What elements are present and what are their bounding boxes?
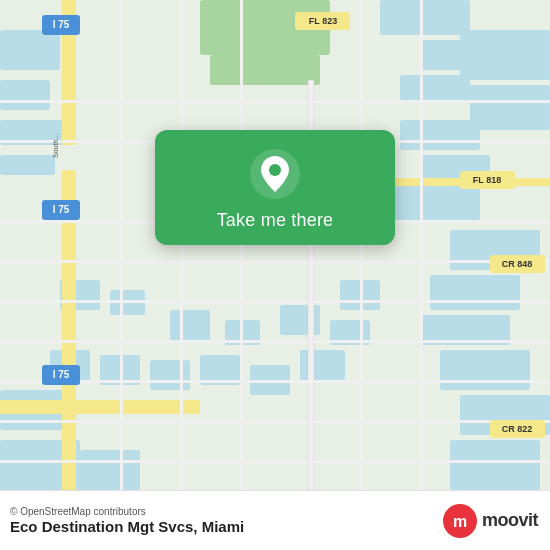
bottom-bar: © OpenStreetMap contributors Eco Destina… (0, 490, 550, 550)
place-name: Eco Destination Mgt Svcs, Miami (10, 518, 244, 535)
svg-rect-9 (460, 30, 550, 80)
svg-rect-40 (0, 400, 200, 414)
svg-rect-57 (55, 145, 90, 170)
svg-rect-15 (430, 275, 520, 310)
svg-rect-48 (0, 340, 550, 343)
take-me-there-button[interactable]: Take me there (217, 210, 334, 231)
svg-rect-53 (180, 0, 183, 490)
moovit-text: moovit (482, 510, 538, 531)
svg-rect-19 (450, 440, 540, 490)
svg-text:I 75: I 75 (53, 369, 70, 380)
svg-rect-8 (400, 75, 470, 100)
attribution-text: © OpenStreetMap contributors (10, 506, 244, 517)
svg-rect-43 (0, 100, 550, 103)
svg-rect-11 (400, 120, 480, 150)
svg-rect-6 (380, 0, 470, 35)
svg-text:South...: South... (52, 134, 59, 158)
svg-rect-13 (390, 185, 480, 220)
svg-rect-17 (440, 350, 530, 390)
location-pin-icon (249, 148, 301, 200)
svg-rect-5 (0, 155, 55, 175)
svg-text:FL 823: FL 823 (309, 16, 337, 26)
svg-rect-22 (80, 450, 140, 490)
svg-text:m: m (453, 513, 467, 530)
svg-text:CR 848: CR 848 (502, 259, 533, 269)
svg-rect-2 (0, 30, 60, 70)
svg-rect-39 (64, 0, 74, 490)
svg-rect-30 (300, 350, 345, 380)
bottom-left-info: © OpenStreetMap contributors Eco Destina… (10, 506, 244, 535)
popup-card[interactable]: Take me there (155, 130, 395, 245)
svg-text:I 75: I 75 (53, 204, 70, 215)
svg-rect-49 (0, 380, 550, 383)
svg-rect-47 (0, 300, 550, 303)
moovit-icon: m (442, 503, 478, 539)
moovit-logo: m moovit (442, 503, 538, 539)
svg-text:CR 822: CR 822 (502, 424, 533, 434)
svg-text:FL 818: FL 818 (473, 175, 501, 185)
svg-rect-52 (120, 0, 123, 490)
svg-rect-37 (210, 55, 320, 85)
svg-rect-50 (0, 420, 550, 423)
svg-rect-54 (240, 0, 243, 490)
svg-rect-46 (0, 260, 550, 263)
svg-rect-56 (420, 0, 423, 490)
svg-rect-25 (170, 310, 210, 340)
svg-rect-10 (470, 85, 550, 130)
svg-text:I 75: I 75 (53, 19, 70, 30)
svg-rect-55 (360, 0, 363, 490)
map-container: I 75 I 75 I 75 FL 823 FL 818 CR 848 CR 8… (0, 0, 550, 490)
svg-rect-3 (0, 80, 50, 110)
svg-rect-33 (150, 360, 190, 390)
svg-point-75 (269, 164, 281, 176)
svg-rect-51 (0, 460, 550, 463)
